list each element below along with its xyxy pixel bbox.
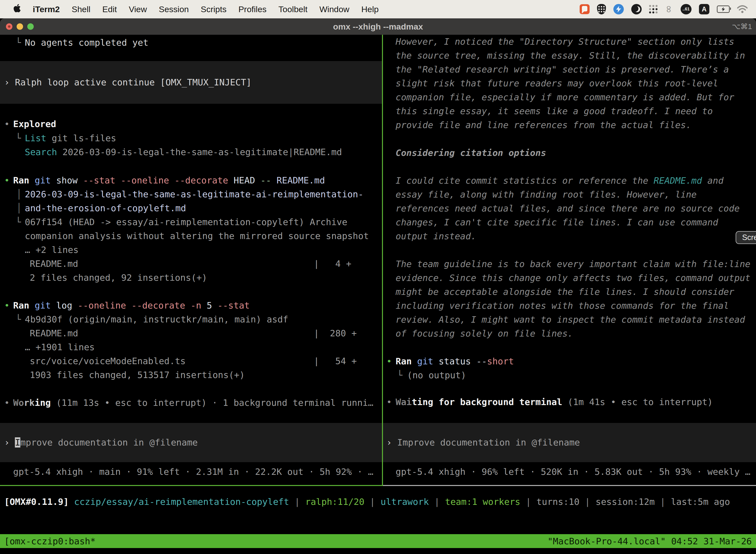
terminal-line: review. Also, I might want to inspect th… — [396, 313, 745, 327]
terminal-line: The team guideline is to back every impo… — [396, 257, 750, 271]
apple-menu[interactable] — [7, 3, 27, 15]
terminal-line: • — [386, 354, 392, 368]
a-badge-icon[interactable]: A — [699, 4, 709, 14]
menu-item-scripts[interactable]: Scripts — [195, 4, 233, 14]
terminal-line: | 54 + — [314, 354, 357, 368]
terminal-line: • — [4, 396, 10, 410]
terminal-line: README.md — [30, 257, 78, 271]
menu-item-shell[interactable]: Shell — [66, 4, 97, 14]
pane-divider-horizontal-active — [0, 485, 383, 486]
left-terminal-pane[interactable]: └No agents completed yet› Ralph loop act… — [0, 35, 382, 485]
session-stats: gpt-5.4 xhigh · main · 91% left · 2.31M … — [13, 465, 373, 479]
terminal-line: 067f154 (HEAD -> essay/ai-reimplementati… — [25, 215, 347, 229]
squiggle-icon[interactable]: ∞ — [664, 5, 674, 13]
tmux-status-bar: [omx-cczip0:bash* "MacBook-Pro-44.local"… — [0, 534, 756, 548]
tmux-session-window[interactable]: [omx-cczip0:bash* — [4, 536, 96, 546]
battery-icon[interactable] — [717, 5, 730, 13]
terminal-line: • — [4, 298, 10, 313]
thinking-heading: Considering citation options — [396, 146, 546, 160]
terminal-line: 2 files changed, 92 insertions(+) — [30, 271, 207, 285]
tmux-host-clock: "MacBook-Pro-44.local" 04:52 31-Mar-26 — [548, 536, 752, 546]
blue-bolt-badge-icon[interactable] — [613, 4, 624, 14]
terminal-line: README.md — [30, 326, 78, 340]
terminal-line: references need actual files, and since … — [396, 202, 740, 215]
terminal-line: └ — [16, 36, 21, 50]
terminal-line: might be acceptable alongside the file l… — [396, 285, 734, 299]
menu-item-session[interactable]: Session — [153, 4, 195, 14]
wifi-icon[interactable] — [737, 5, 748, 13]
menubar-items: iTerm2ShellEditViewSessionScriptsProfile… — [0, 3, 385, 15]
terminal-line: │ — [16, 187, 22, 201]
terminal-line: │ — [16, 201, 22, 215]
working-status: Working (11m 13s • esc to interrupt) · 1… — [13, 396, 373, 410]
menu-item-iterm2[interactable]: iTerm2 — [27, 4, 66, 14]
terminal-line: └ — [16, 131, 21, 145]
screen-overlay-label: Scre — [742, 233, 756, 242]
terminal-line: of focusing solely on file lines. — [396, 327, 573, 340]
terminal-line: evidence. Since this change only affects… — [396, 271, 750, 285]
waiting-status: Waiting for background terminal (1m 41s … — [396, 395, 713, 409]
screen-overlay-button[interactable]: Scre — [736, 231, 756, 244]
window-titlebar: omx --xhigh --madmax ⌥⌘1 — [0, 18, 756, 35]
menu-item-window[interactable]: Window — [314, 4, 356, 14]
shield-grid-icon[interactable] — [597, 4, 606, 14]
menu-item-toolbelt[interactable]: Toolbelt — [272, 4, 314, 14]
window-title: omx --xhigh --madmax — [0, 18, 756, 35]
agents-status-line: No agents completed yet — [25, 36, 148, 50]
terminal-line: | 4 + — [314, 257, 352, 271]
menu-item-edit[interactable]: Edit — [97, 4, 123, 14]
menu-item-profiles[interactable]: Profiles — [233, 4, 272, 14]
terminal-line: • — [386, 395, 392, 409]
omx-status-row: [OMX#0.11.9] cczip/essay/ai-reimplementa… — [4, 495, 730, 509]
terminal-line: including verification notes with those … — [396, 299, 729, 313]
prompt-text: › Improve documentation in @filename — [386, 436, 580, 449]
terminal-line: src/voice/voiceModeEnabled.ts — [30, 354, 186, 368]
terminal-line: • — [4, 117, 10, 131]
tool-call-search: Search 2026-03-09-is-legal-the-same-as-l… — [25, 145, 342, 159]
terminal-line: 1903 files changed, 513517 insertions(+) — [30, 368, 245, 382]
terminal-line: output instead. — [396, 229, 476, 243]
ran-git-log: Ran git log --oneline --decorate -n 5 --… — [13, 298, 250, 313]
terminal-line: └ — [16, 313, 21, 326]
menu-item-view[interactable]: View — [123, 4, 153, 14]
percent-badge-icon[interactable]: ..61 — [681, 4, 692, 14]
terminal-line: I could cite commit statistics or refere… — [396, 174, 723, 188]
tool-call-list: List git ls-files — [25, 131, 116, 145]
crescent-circle-icon[interactable] — [631, 4, 642, 14]
terminal-line: the "Related research writing" section i… — [396, 63, 729, 76]
terminal-line: 4b9d30f (origin/main, instructkr/main, m… — [25, 313, 288, 326]
right-terminal-pane[interactable]: However, I noticed the "Directory Struct… — [383, 35, 756, 485]
terminal-line: slight risk that future readers may over… — [396, 76, 718, 90]
terminal-line: | 280 + — [314, 326, 357, 340]
apple-icon — [13, 3, 21, 15]
thinking-paragraph: However, I noticed the "Directory Struct… — [396, 35, 734, 49]
terminal-line: (no output) — [407, 368, 466, 382]
explored-header: Explored — [13, 117, 56, 131]
terminal-line: … +2 lines — [25, 243, 79, 257]
terminal-line: this single essay, it seems like a good … — [396, 104, 713, 118]
ran-git-status: Ran git status --short — [396, 354, 514, 368]
terminal-line: the source tree, missing the essay. Stil… — [396, 49, 745, 63]
menubar: iTerm2ShellEditViewSessionScriptsProfile… — [0, 0, 756, 18]
terminal-line: and-the-erosion-of-copyleft.md — [25, 201, 186, 215]
ran-git-show: Ran git show --stat --oneline --decorate… — [13, 173, 325, 187]
terminal-line: provide file and line references from th… — [396, 118, 691, 132]
menubar-status-icons: ∞ ..61 A — [580, 4, 756, 14]
menu-item-help[interactable]: Help — [356, 4, 385, 14]
dots-grid-icon[interactable] — [649, 5, 657, 13]
screen-record-icon[interactable] — [580, 4, 589, 14]
terminal-line: • — [4, 173, 10, 187]
terminal-line: └ — [16, 215, 21, 229]
session-stats: gpt-5.4 xhigh · 96% left · 520K in · 5.8… — [396, 465, 750, 479]
window-shortcut-badge: ⌥⌘1 — [732, 18, 752, 35]
pane-divider-horizontal-inactive — [383, 485, 756, 486]
terminal-line: companion file, especially if more comme… — [396, 90, 734, 104]
prompt-text: › Improve documentation in @filename — [4, 436, 198, 449]
terminal-line: changes, I can't cite specific file line… — [396, 215, 718, 229]
terminal-line: essay file, along with finding root file… — [396, 188, 697, 202]
terminal-line: └ — [397, 368, 402, 382]
terminal-line: companion analysis without altering the … — [25, 229, 369, 243]
terminal-line: 2026-03-09-is-legal-the-same-as-legitima… — [25, 187, 363, 201]
terminal-line: … +1901 lines — [25, 340, 95, 354]
ralph-loop-prompt: › Ralph loop active continue [OMX_TMUX_I… — [4, 75, 252, 89]
